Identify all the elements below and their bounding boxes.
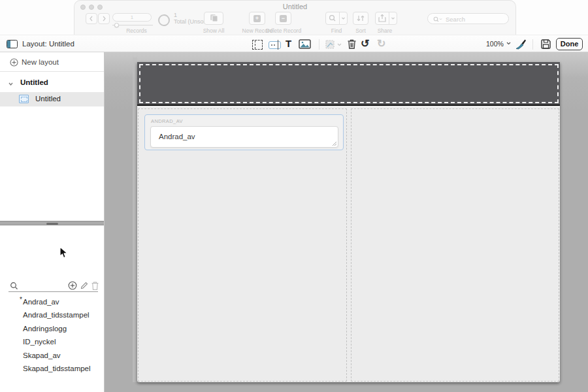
- delete-record-label: Delete Record: [263, 27, 304, 34]
- field-object-selected[interactable]: ANDRAD_AV Andrad_av: [144, 114, 344, 150]
- part-label-strip[interactable]: [133, 57, 137, 382]
- current-record-indicator[interactable]: 1: [112, 13, 152, 22]
- splitter-handle-icon: [46, 223, 58, 225]
- field-name: Andrad_tidsstampel: [23, 311, 90, 319]
- share-dropdown-button[interactable]: [389, 12, 397, 25]
- zoom-level-dropdown[interactable]: 100%: [486, 40, 512, 48]
- format-painter-button[interactable]: [515, 38, 527, 50]
- list-item-field[interactable]: Skapad_av: [23, 351, 61, 359]
- found-set-pie-icon[interactable]: [158, 14, 170, 26]
- sidebar-divider: [0, 71, 104, 72]
- layout-thumbnail-icon: [19, 95, 29, 103]
- object-tool-button-disabled[interactable]: [325, 40, 335, 50]
- delete-field-button-disabled[interactable]: [91, 281, 99, 291]
- search-input[interactable]: Search: [427, 13, 509, 24]
- body-part-right-column[interactable]: [351, 108, 559, 382]
- insert-field-tool-button[interactable]: [269, 41, 281, 49]
- layout-group-row[interactable]: Untitled: [0, 77, 104, 90]
- find-button[interactable]: [325, 12, 340, 25]
- background-window[interactable]: Untitled 1 1 Total (Unsorted) Records Sh…: [74, 0, 516, 36]
- show-all-label: Show All: [194, 27, 233, 34]
- toolbar-divider: [532, 39, 533, 50]
- found-count: 1: [174, 12, 177, 18]
- share-button[interactable]: [375, 12, 389, 25]
- field-name: Andringslogg: [23, 325, 67, 333]
- new-layout-label: New layout: [22, 58, 59, 66]
- field-name: Andrad_av: [23, 298, 59, 306]
- new-record-button[interactable]: +: [249, 12, 265, 25]
- search-placeholder: Search: [446, 16, 465, 23]
- sidebar-item-layout-untitled[interactable]: Untitled: [0, 92, 104, 106]
- plus-circle-icon: [10, 58, 18, 67]
- sort-label: Sort: [348, 27, 374, 34]
- layout-item-label: Untitled: [35, 95, 61, 103]
- search-icon: [431, 14, 444, 24]
- sort-icon: [353, 12, 368, 24]
- list-item-field[interactable]: ID_nyckel: [23, 338, 56, 346]
- image-tool-button[interactable]: [299, 39, 311, 49]
- redo-button-disabled[interactable]: ↻: [377, 37, 385, 50]
- list-item-field[interactable]: Andringslogg: [23, 325, 67, 333]
- field-value-box[interactable]: Andrad_av: [150, 126, 338, 148]
- plus-icon: +: [253, 15, 261, 22]
- zoom-level-value: 100%: [486, 40, 504, 48]
- delete-record-button[interactable]: −: [275, 12, 291, 25]
- find-dropdown-button[interactable]: [339, 12, 348, 25]
- sort-button[interactable]: [353, 12, 368, 25]
- save-floppy-icon: [540, 39, 551, 50]
- share-upload-icon: [376, 12, 389, 24]
- resize-grip-icon[interactable]: [331, 140, 337, 146]
- find-label: Find: [323, 27, 350, 34]
- previous-record-button[interactable]: [86, 13, 97, 24]
- field-dot-icon: [274, 44, 275, 46]
- add-field-button[interactable]: [68, 281, 77, 290]
- format-painter-brush-icon: [515, 38, 527, 50]
- insert-part-tool-button[interactable]: [252, 40, 263, 50]
- field-name: Skapad_av: [23, 351, 61, 359]
- search-icon: [326, 12, 339, 24]
- search-underline: [8, 291, 98, 292]
- save-layout-button[interactable]: [540, 39, 551, 50]
- record-slider-thumb[interactable]: [114, 23, 119, 27]
- share-label: Share: [372, 27, 398, 34]
- layout-title: Layout: Untitled: [22, 40, 74, 48]
- panel-splitter[interactable]: [0, 221, 104, 225]
- next-record-button[interactable]: [98, 13, 110, 24]
- layout-canvas[interactable]: ANDRAD_AV Andrad_av: [105, 52, 588, 392]
- new-layout-button[interactable]: New layout: [0, 56, 104, 69]
- layouts-sidebar: New layout Untitled Untitled: [0, 52, 105, 392]
- window-title: Untitled: [74, 3, 515, 10]
- field-object-label: ANDRAD_AV: [151, 118, 183, 124]
- header-part[interactable]: [137, 62, 560, 106]
- field-value-text: Andrad_av: [159, 133, 195, 140]
- field-modified-marker: *: [20, 296, 22, 303]
- trash-icon: [347, 39, 357, 50]
- body-part[interactable]: ANDRAD_AV Andrad_av: [138, 108, 347, 382]
- undo-button[interactable]: ↺: [361, 37, 369, 50]
- show-all-button[interactable]: [204, 12, 223, 25]
- field-search-input[interactable]: [20, 280, 64, 291]
- list-item-field[interactable]: Andrad_tidsstampel: [23, 311, 90, 319]
- layout-group-label: Untitled: [20, 78, 48, 86]
- chevron-down-icon: [506, 41, 512, 46]
- object-tool-dropdown-icon[interactable]: [336, 42, 342, 47]
- delete-object-button[interactable]: [347, 39, 357, 50]
- list-item-field[interactable]: * Andrad_av: [23, 298, 59, 306]
- field-name: Skapad_tidsstampel: [23, 365, 91, 372]
- field-name: ID_nyckel: [23, 338, 56, 346]
- field-dot-icon: [271, 44, 272, 46]
- fields-panel: * Andrad_av Andrad_tidsstampel Andringsl…: [0, 225, 104, 392]
- filemaker-app: Untitled 1 1 Total (Unsorted) Records Sh…: [0, 0, 588, 392]
- edit-field-button[interactable]: [80, 281, 89, 290]
- layout-status-bar: Layout: Untitled T: [0, 35, 588, 52]
- toolbar-divider: [319, 39, 319, 50]
- layout-mode-icon: [7, 40, 18, 48]
- text-tool-button[interactable]: T: [286, 38, 291, 49]
- list-item-field[interactable]: Skapad_tidsstampel: [23, 365, 91, 372]
- search-icon: [10, 282, 18, 290]
- records-caption: Records: [110, 27, 163, 34]
- done-button[interactable]: Done: [556, 38, 583, 50]
- layout-page[interactable]: ANDRAD_AV Andrad_av: [137, 62, 560, 382]
- chevron-down-icon[interactable]: [8, 81, 14, 87]
- mouse-cursor-icon: [59, 246, 68, 259]
